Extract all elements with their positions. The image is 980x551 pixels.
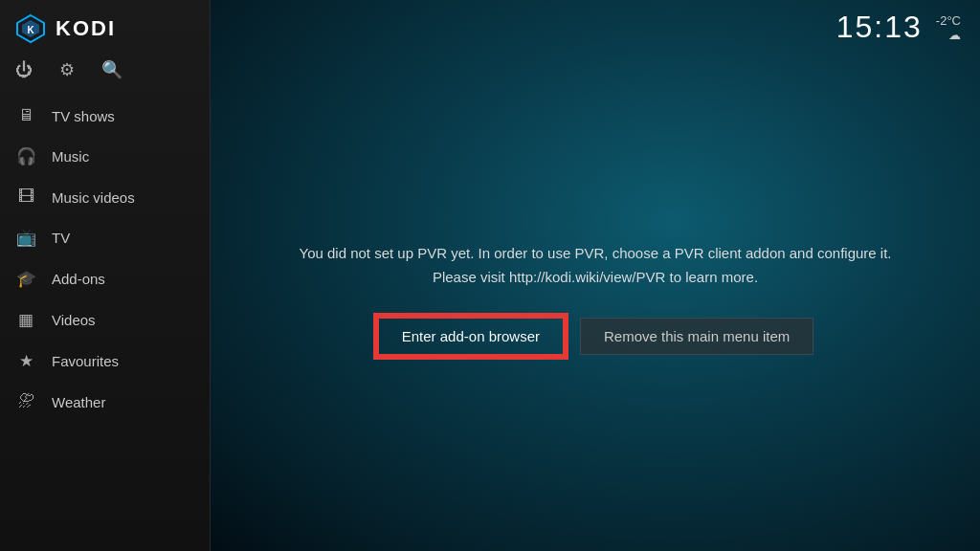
- app-title: KODI: [56, 16, 116, 41]
- pvr-message: You did not set up PVR yet. In order to …: [300, 241, 892, 290]
- enter-addon-browser-button[interactable]: Enter add-on browser: [377, 317, 565, 356]
- music-icon: 🎧: [15, 146, 36, 166]
- sidebar-item-label: Add-ons: [52, 271, 105, 287]
- sidebar-item-label: TV: [52, 230, 70, 246]
- tv-icon: 📺: [15, 228, 36, 248]
- music-videos-icon: 🎞: [15, 187, 36, 207]
- weather-status-icon: ☁: [948, 28, 961, 42]
- sidebar-item-label: Music videos: [52, 189, 135, 206]
- sidebar-header: K KODI: [0, 0, 210, 54]
- sidebar-item-videos[interactable]: ▦ Videos: [0, 299, 210, 341]
- topbar: 15:13 -2°C ☁: [211, 0, 980, 45]
- sidebar-item-tv[interactable]: 📺 TV: [0, 217, 210, 258]
- sidebar-item-favourites[interactable]: ★ Favourites: [0, 341, 210, 382]
- sidebar-item-music-videos[interactable]: 🎞 Music videos: [0, 177, 210, 217]
- main-area: 15:13 -2°C ☁ You did not set up PVR yet.…: [211, 0, 980, 551]
- sidebar: K KODI ⏻ ⚙ 🔍 🖥 TV shows 🎧 Music 🎞 Music …: [0, 0, 211, 551]
- sidebar-item-weather[interactable]: ⛈ Weather: [0, 382, 210, 422]
- temperature-display: -2°C: [936, 13, 961, 28]
- remove-main-menu-item-button[interactable]: Remove this main menu item: [580, 318, 813, 355]
- search-icon[interactable]: 🔍: [101, 59, 122, 80]
- clock-display: 15:13: [836, 10, 923, 45]
- kodi-logo-icon: K: [15, 13, 46, 44]
- sidebar-item-label: Music: [52, 148, 89, 165]
- settings-icon[interactable]: ⚙: [59, 59, 75, 80]
- sidebar-nav: 🖥 TV shows 🎧 Music 🎞 Music videos 📺 TV 🎓…: [0, 96, 210, 551]
- sidebar-item-add-ons[interactable]: 🎓 Add-ons: [0, 258, 210, 299]
- main-content: You did not set up PVR yet. In order to …: [211, 45, 980, 551]
- sidebar-item-music[interactable]: 🎧 Music: [0, 136, 210, 177]
- sidebar-item-label: Weather: [52, 394, 105, 410]
- power-icon[interactable]: ⏻: [15, 60, 33, 80]
- weather-icon: ⛈: [15, 392, 36, 411]
- svg-text:K: K: [27, 25, 34, 35]
- favourites-icon: ★: [15, 351, 36, 371]
- tv-shows-icon: 🖥: [15, 106, 36, 125]
- weather-info: -2°C ☁: [936, 13, 961, 42]
- sidebar-item-label: TV shows: [52, 108, 115, 124]
- sidebar-item-label: Favourites: [52, 353, 119, 369]
- add-ons-icon: 🎓: [15, 269, 36, 289]
- videos-icon: ▦: [15, 310, 36, 330]
- pvr-actions: Enter add-on browser Remove this main me…: [377, 317, 814, 356]
- sidebar-item-tv-shows[interactable]: 🖥 TV shows: [0, 96, 210, 136]
- sidebar-controls: ⏻ ⚙ 🔍: [0, 54, 210, 90]
- sidebar-item-label: Videos: [52, 312, 96, 328]
